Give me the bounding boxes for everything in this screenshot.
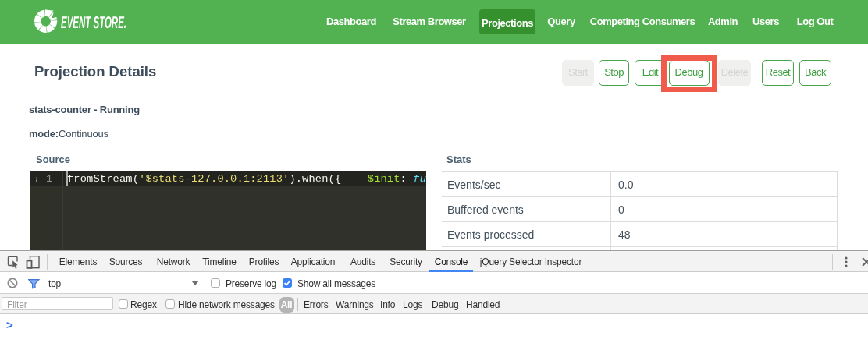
svg-text:EVENT STORE.: EVENT STORE. <box>61 13 126 32</box>
